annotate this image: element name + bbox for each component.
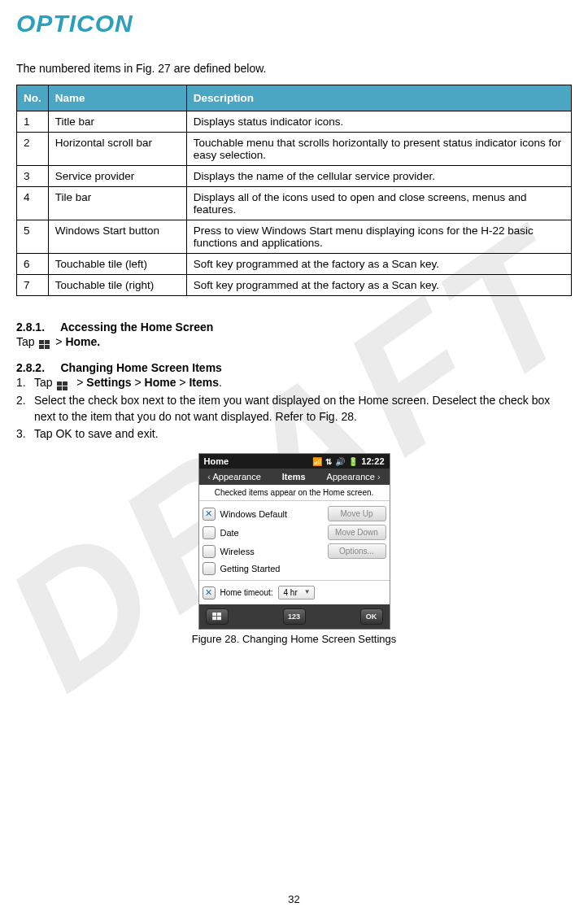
windows-start-icon (57, 379, 68, 389)
col-header-no: No. (17, 85, 49, 111)
tap-prefix: Tap (16, 335, 37, 348)
cell-desc: Press to view Windows Start menu display… (186, 220, 571, 254)
cell-no: 7 (17, 275, 49, 296)
steps-list: 1. Tap > Settings > Home > Items. 2. Sel… (16, 374, 572, 442)
phone-titlebar: Home 📶 ⇅ 🔊 🔋 12:22 (199, 454, 390, 469)
col-header-name: Name (48, 85, 186, 111)
step-number: 3. (16, 425, 26, 442)
keyboard-key[interactable]: 123 (283, 608, 306, 625)
phone-timeout-row: ✕ Home timeout: 4 hr (199, 580, 390, 604)
home-bold: Home. (65, 335, 100, 348)
volume-icon: 🔊 (335, 457, 345, 466)
cell-desc: Displays all of the icons used to open a… (186, 187, 571, 220)
definitions-table: No. Name Description 1 Title bar Display… (16, 85, 572, 296)
step-item: 3. Tap OK to save and exit. (34, 425, 572, 442)
svg-rect-1 (45, 340, 50, 344)
phone-list: ✕ Windows Default Move Up Date Move Down (199, 501, 390, 580)
move-up-button[interactable]: Move Up (328, 506, 386, 521)
cell-name: Title bar (48, 111, 186, 133)
options-button[interactable]: Options... (328, 543, 386, 559)
start-key[interactable] (206, 608, 229, 625)
heading-number: 2.8.1. (16, 320, 45, 334)
heading-text: Changing Home Screen Items (60, 361, 221, 374)
cell-desc: Soft key programmed at the factory as a … (186, 275, 571, 296)
move-down-button[interactable]: Move Down (328, 525, 386, 540)
pivot-left-label: Appearance (212, 472, 260, 482)
cell-desc: Soft key programmed at the factory as a … (186, 254, 571, 275)
step-item: 2. Select the check box next to the item… (34, 392, 572, 425)
step-number: 1. (16, 374, 26, 390)
cell-no: 2 (17, 133, 49, 166)
table-row: 4 Tile bar Displays all of the icons use… (17, 187, 572, 220)
list-item: Getting Started (203, 560, 386, 577)
battery-icon: 🔋 (348, 457, 358, 466)
svg-rect-4 (57, 382, 62, 386)
cell-desc: Displays the name of the cellular servic… (186, 166, 571, 187)
figure-caption: Figure 28. Changing Home Screen Settings (16, 633, 572, 645)
item-label: Date (220, 528, 239, 538)
pivot-left[interactable]: ‹ Appearance (207, 472, 260, 482)
table-row: 6 Touchable tile (left) Soft key program… (17, 254, 572, 275)
svg-rect-7 (63, 386, 68, 390)
cell-no: 5 (17, 220, 49, 254)
phone-mock: Home 📶 ⇅ 🔊 🔋 12:22 ‹ Appearance Items Ap… (198, 453, 390, 630)
step-text: Tap OK to save and exit. (34, 427, 159, 440)
table-row: 3 Service provider Displays the name of … (17, 166, 572, 187)
cell-name: Windows Start button (48, 220, 186, 254)
svg-rect-5 (63, 382, 68, 386)
step-number: 2. (16, 392, 26, 408)
checkbox-wireless[interactable] (203, 545, 216, 558)
list-item: Date Move Down (203, 523, 386, 542)
pivot-right[interactable]: Appearance › (327, 472, 381, 482)
intro-text: The numbered items in Fig. 27 are define… (16, 62, 572, 75)
cell-name: Horizontal scroll bar (48, 133, 186, 166)
svg-rect-8 (212, 613, 216, 616)
svg-rect-11 (217, 617, 221, 620)
svg-rect-0 (39, 340, 44, 344)
list-item: Wireless Options... (203, 542, 386, 560)
windows-start-icon (39, 338, 50, 347)
tap-prefix: Tap (34, 376, 55, 389)
settings-bold: Settings (86, 376, 131, 389)
cell-name: Service provider (48, 166, 186, 187)
svg-rect-10 (212, 617, 216, 620)
cell-name: Tile bar (48, 187, 186, 220)
gt-separator: > (55, 335, 65, 348)
page-content: OPTICON The numbered items in Fig. 27 ar… (0, 0, 588, 661)
network-icon: ⇅ (325, 457, 332, 466)
timeout-select[interactable]: 4 hr (278, 586, 315, 600)
home-bold: Home (145, 376, 176, 389)
figure-28: Home 📶 ⇅ 🔊 🔋 12:22 ‹ Appearance Items Ap… (16, 453, 572, 645)
timeout-label: Home timeout: (220, 588, 273, 597)
page-number: 32 (0, 893, 588, 905)
items-bold: Items (189, 376, 219, 389)
signal-icon: 📶 (312, 457, 322, 466)
cell-name: Touchable tile (left) (48, 254, 186, 275)
list-item: ✕ Windows Default Move Up (203, 504, 386, 523)
item-label: Windows Default (220, 509, 288, 519)
phone-title: Home (204, 456, 229, 466)
phone-status-icons: 📶 ⇅ 🔊 🔋 12:22 (312, 456, 384, 466)
cell-desc: Touchable menu that scrolls horizontally… (186, 133, 571, 166)
cell-desc: Displays status indicator icons. (186, 111, 571, 133)
checkbox-home-timeout[interactable]: ✕ (203, 586, 216, 600)
svg-rect-9 (217, 613, 221, 616)
checkbox-date[interactable] (203, 526, 216, 539)
checkbox-getting-started[interactable] (203, 562, 216, 575)
svg-rect-2 (39, 345, 44, 349)
svg-rect-3 (45, 345, 50, 349)
phone-hint: Checked items appear on the Home screen. (199, 485, 390, 501)
step-item: 1. Tap > Settings > Home > Items. (34, 374, 572, 390)
chevron-right-icon: › (377, 472, 381, 482)
cell-name: Touchable tile (right) (48, 275, 186, 296)
checkbox-windows-default[interactable]: ✕ (203, 508, 216, 521)
step-text: Select the check box next to the item yo… (34, 394, 550, 423)
ok-key[interactable]: OK (360, 608, 383, 625)
table-row: 7 Touchable tile (right) Soft key progra… (17, 275, 572, 296)
phone-pivot: ‹ Appearance Items Appearance › (199, 469, 390, 485)
cell-no: 6 (17, 254, 49, 275)
pivot-center[interactable]: Items (282, 472, 306, 482)
table-row: 2 Horizontal scroll bar Touchable menu t… (17, 133, 572, 166)
item-label: Wireless (220, 547, 255, 556)
section-281-body: Tap > Home. (16, 334, 572, 350)
